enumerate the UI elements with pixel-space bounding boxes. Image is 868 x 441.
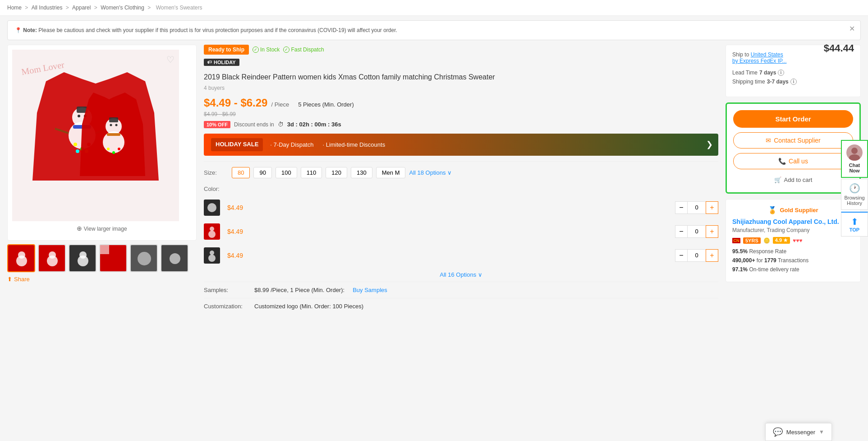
shipping-time-info-icon[interactable]: ℹ	[790, 79, 797, 85]
svg-point-11	[76, 149, 79, 153]
size-options: 80 90 100 110 120 130 Men M All 18 Optio…	[232, 167, 452, 178]
svg-rect-32	[100, 245, 109, 254]
chat-now-btn[interactable]: Chat Now	[841, 140, 868, 178]
customization-info: Customized logo (Min. Order: 100 Pieces)	[254, 303, 363, 310]
supplier-box: 🏅 Gold Supplier Shijiazhuang Cool Appare…	[726, 199, 861, 282]
action-box: Start Order ✉ Contact Supplier 📞 Call us…	[726, 102, 861, 194]
cart-icon: 🛒	[774, 176, 781, 183]
breadcrumb-apparel[interactable]: Apparel	[72, 5, 91, 11]
years-badge: 5YRS	[743, 237, 761, 244]
top-btn[interactable]: ⬆ TOP	[841, 212, 868, 237]
thumbnail-6[interactable]	[161, 244, 188, 272]
customization-label: Customization:	[204, 303, 249, 310]
thumbnail-3[interactable]	[69, 244, 96, 272]
size-btn-80[interactable]: 80	[232, 167, 250, 178]
breadcrumb-womens-clothing[interactable]: Women's Clothing	[101, 5, 144, 11]
call-us-button[interactable]: 📞 Call us	[733, 153, 853, 169]
ship-to-row: Ship to United States by Express FedEx I…	[732, 51, 787, 64]
supplier-type: Manufacturer, Trading Company	[732, 227, 854, 233]
countdown-clock-icon: ⏱	[278, 121, 284, 128]
heart-icons: ♥♥♥	[793, 237, 802, 244]
breadcrumb-sep-1: >	[25, 5, 29, 11]
thumbnail-1[interactable]	[7, 244, 35, 272]
thumbnail-4[interactable]	[99, 244, 127, 272]
breadcrumb-home[interactable]: Home	[7, 5, 22, 11]
size-btn-90[interactable]: 90	[253, 167, 271, 178]
add-to-cart-button[interactable]: 🛒 Add to cart	[733, 174, 853, 186]
color-swatch-3	[204, 247, 220, 264]
coin-icon: 🪙	[763, 237, 770, 244]
share-label: Share	[14, 276, 30, 283]
carrier-link[interactable]: by Express FedEx IP...	[732, 58, 787, 64]
supplier-name[interactable]: Shijiazhuang Cool Apparel Co., Ltd.	[732, 218, 854, 225]
thumbnail-row	[7, 244, 197, 272]
thumbnail-5[interactable]	[130, 244, 158, 272]
svg-point-21	[118, 148, 120, 150]
discount-row: 10% OFF Discount ends in ⏱ 3d : 02h : 00…	[204, 121, 718, 128]
qty-minus-3[interactable]: −	[675, 249, 688, 262]
color-section-label: Color:	[204, 186, 718, 192]
lead-time-info-icon[interactable]: ℹ	[778, 70, 784, 76]
size-btn-100[interactable]: 100	[276, 167, 297, 178]
in-stock-badge: ✓ In Stock	[253, 46, 280, 53]
qty-plus-1[interactable]: +	[706, 201, 718, 214]
all-sizes-link[interactable]: All 18 Options ∨	[409, 169, 452, 176]
all-options-link[interactable]: All 16 Options ∨	[440, 271, 482, 278]
transactions-id: 1779	[764, 257, 776, 264]
share-btn[interactable]: ⬆ Share	[7, 272, 197, 286]
qty-input-1[interactable]	[688, 201, 706, 214]
share-icon: ⬆	[7, 276, 12, 283]
breadcrumb-sep-4: >	[147, 5, 152, 11]
qty-input-2[interactable]	[688, 225, 706, 238]
start-order-button[interactable]: Start Order	[733, 110, 853, 128]
buy-samples-link[interactable]: Buy Samples	[353, 287, 387, 293]
moq-info: 5 Pieces (Min. Order)	[298, 101, 354, 108]
svg-point-8	[73, 143, 77, 146]
size-btn-120[interactable]: 120	[326, 167, 347, 178]
right-panel: Ship to United States by Express FedEx I…	[726, 45, 861, 314]
tags-row: Ready to Ship ✓ In Stock ✓ Fast Dispatch	[204, 45, 718, 55]
buyers-count: 4 buyers	[204, 85, 718, 91]
qty-plus-3[interactable]: +	[706, 249, 718, 262]
heart-icon[interactable]: ♡	[166, 54, 175, 65]
thumbnail-2[interactable]	[38, 244, 66, 272]
product-image-svg	[19, 54, 172, 217]
holiday-features: · 7-Day Dispatch · Limited-time Discount…	[270, 141, 385, 148]
response-rate-row: 95.5% Response Rate	[732, 248, 854, 255]
price-unit: / Piece	[271, 101, 289, 108]
transactions-row: 490,000+ for 1779 Transactions	[732, 257, 854, 264]
all-options-row: All 16 Options ∨	[204, 268, 718, 282]
product-title: 2019 Black Reindeer Pattern women kids X…	[204, 72, 718, 82]
browsing-history-btn[interactable]: 🕐 Browsing History	[841, 179, 868, 210]
holiday-banner: HOLIDAY SALE · 7-Day Dispatch · Limited-…	[204, 134, 718, 156]
discount-badge: 10% OFF	[204, 121, 230, 128]
contact-supplier-button[interactable]: ✉ Contact Supplier	[733, 132, 853, 149]
color-row-3: $4.49 − +	[204, 244, 718, 268]
close-icon[interactable]: ✕	[849, 25, 855, 32]
banner-arrow-icon[interactable]: ❯	[706, 139, 713, 149]
breadcrumb-industries[interactable]: All Industries	[32, 5, 63, 11]
delivery-rate-value: 97.1%	[732, 266, 748, 273]
holiday-sale-box: HOLIDAY SALE	[211, 138, 263, 151]
color-swatch-1	[204, 200, 220, 216]
lead-time-row: Lead Time 7 days ℹ	[732, 70, 854, 76]
qty-minus-2[interactable]: −	[675, 225, 688, 238]
svg-point-27	[49, 251, 56, 259]
qty-minus-1[interactable]: −	[675, 201, 688, 214]
color-row-2: $4.49 − +	[204, 220, 718, 244]
product-image-main: Mom Lover	[7, 45, 197, 241]
destination-link[interactable]: United States	[751, 51, 783, 58]
color-price-2: $4.49	[227, 228, 250, 235]
response-rate-label: Response Rate	[749, 248, 786, 255]
qty-plus-2[interactable]: +	[706, 225, 718, 238]
left-panel: Mom Lover	[7, 45, 197, 314]
view-larger-btn[interactable]: ⊕ View larger image	[12, 221, 192, 236]
size-btn-men-m[interactable]: Men M	[376, 167, 406, 178]
samples-row: Samples: $8.99 /Piece, 1 Piece (Min. Ord…	[204, 282, 718, 298]
price-row: $4.49 - $6.29 / Piece 5 Pieces (Min. Ord…	[204, 97, 718, 109]
notice-icon: 📍	[15, 27, 22, 33]
qty-input-3[interactable]	[688, 249, 706, 262]
size-btn-110[interactable]: 110	[301, 167, 322, 178]
options-grid: Size: 80 90 100 110 120 130 Men M All 18…	[204, 161, 718, 314]
size-btn-130[interactable]: 130	[351, 167, 372, 178]
